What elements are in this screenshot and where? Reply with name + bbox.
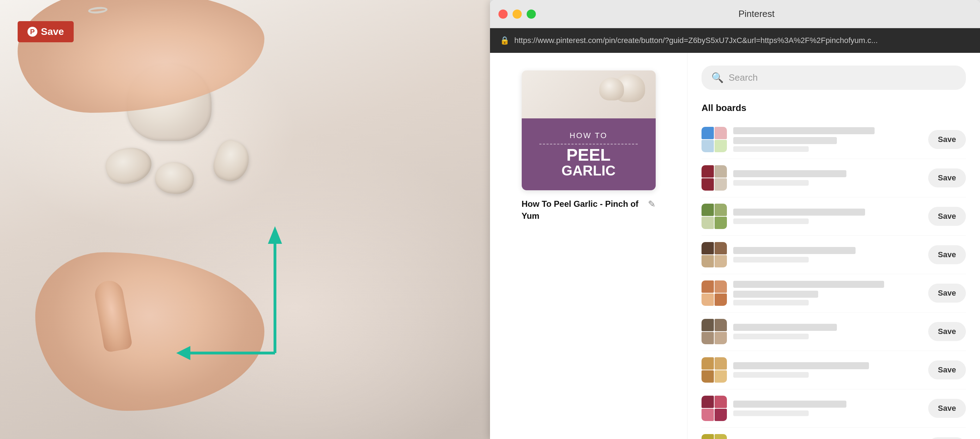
- board-name-area: [733, 324, 922, 339]
- board-name-area: [733, 362, 922, 378]
- board-item[interactable]: Save: [702, 428, 966, 439]
- board-item[interactable]: Save: [702, 236, 966, 274]
- lock-icon: 🔒: [500, 36, 509, 45]
- board-thumbnail: [702, 434, 727, 439]
- board-save-button[interactable]: Save: [928, 130, 966, 149]
- browser-window: Pinterest 🔒 https://www.pinterest.com/pi…: [490, 0, 980, 439]
- save-label: Save: [41, 26, 64, 37]
- all-boards-label: All boards: [702, 103, 966, 113]
- board-save-button[interactable]: Save: [928, 360, 966, 379]
- browser-titlebar: Pinterest: [490, 0, 980, 28]
- board-thumbnail: [702, 242, 727, 268]
- board-name-area: [733, 170, 922, 186]
- board-name-area: [733, 401, 922, 416]
- board-thumbnail: [702, 165, 727, 190]
- board-name-area: [733, 281, 922, 306]
- board-item[interactable]: Save: [702, 351, 966, 389]
- board-item[interactable]: Save: [702, 120, 966, 159]
- pin-peel-text: PEEL: [566, 147, 611, 163]
- board-save-button[interactable]: Save: [928, 207, 966, 226]
- browser-title: Pinterest: [541, 8, 972, 19]
- pin-how-to-text: HOW TO: [570, 131, 608, 140]
- search-bar[interactable]: 🔍 Search: [702, 65, 966, 90]
- board-save-button[interactable]: Save: [928, 399, 966, 418]
- hand-bottom-shape: [35, 252, 264, 411]
- board-item[interactable]: Save: [702, 274, 966, 312]
- pin-garlic-word: GARLIC: [562, 163, 616, 178]
- board-item[interactable]: Save: [702, 312, 966, 351]
- close-button[interactable]: [498, 10, 508, 19]
- garlic-clove-1: [102, 143, 155, 189]
- pinterest-content: HOW TO PEEL GARLIC How To Peel Garlic - …: [490, 53, 980, 439]
- board-name-area: [733, 247, 922, 263]
- hand-bottom: [35, 252, 264, 411]
- pin-image-container: HOW TO PEEL GARLIC: [522, 70, 656, 190]
- board-save-button[interactable]: Save: [928, 284, 966, 303]
- hand-top-shape: [18, 0, 264, 113]
- photo-area: P Save: [0, 0, 490, 439]
- pinterest-logo: P: [27, 27, 37, 36]
- board-thumbnail: [702, 127, 727, 152]
- garlic-clove-2: [154, 160, 195, 195]
- board-item[interactable]: Save: [702, 389, 966, 428]
- minimize-button[interactable]: [512, 10, 522, 19]
- board-name-area: [733, 127, 922, 152]
- board-name-area: [733, 209, 922, 224]
- pin-text-overlay: HOW TO PEEL GARLIC: [522, 118, 656, 190]
- maximize-button[interactable]: [527, 10, 536, 19]
- pin-garlic-2: [599, 78, 624, 100]
- address-text[interactable]: https://www.pinterest.com/pin/create/but…: [514, 36, 878, 45]
- traffic-lights: [498, 10, 536, 19]
- board-item[interactable]: Save: [702, 197, 966, 236]
- board-save-button[interactable]: Save: [928, 168, 966, 187]
- board-thumbnail: [702, 357, 727, 383]
- board-thumbnail: [702, 319, 727, 344]
- pin-title: How To Peel Garlic - Pinch of Yum: [522, 198, 643, 222]
- board-thumbnail: [702, 396, 727, 421]
- board-save-button[interactable]: Save: [928, 245, 966, 264]
- edit-icon[interactable]: ✎: [648, 199, 656, 210]
- garlic-clove-3: [209, 136, 255, 186]
- board-item[interactable]: Save: [702, 159, 966, 197]
- search-icon: 🔍: [711, 72, 724, 84]
- pin-caption: How To Peel Garlic - Pinch of Yum ✎: [522, 198, 656, 222]
- pin-panel: HOW TO PEEL GARLIC How To Peel Garlic - …: [490, 53, 687, 439]
- pin-dashed-divider: [539, 144, 637, 144]
- save-button[interactable]: P Save: [18, 21, 74, 42]
- board-save-button[interactable]: Save: [928, 437, 966, 439]
- browser-addressbar: 🔒 https://www.pinterest.com/pin/create/b…: [490, 28, 980, 53]
- boards-panel: 🔍 Search All boards Save: [687, 53, 980, 439]
- pin-image-top: [522, 70, 656, 118]
- board-save-button[interactable]: Save: [928, 322, 966, 341]
- board-thumbnail: [702, 204, 727, 229]
- board-thumbnail: [702, 281, 727, 306]
- search-placeholder: Search: [729, 72, 757, 83]
- hand-top: [18, 0, 264, 113]
